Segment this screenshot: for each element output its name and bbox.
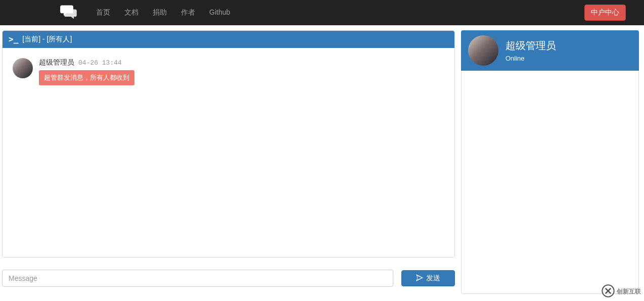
message-bubble: 超管群发消息，所有人都收到	[39, 70, 134, 85]
nav-link-github[interactable]: Github	[202, 1, 237, 25]
navbar: 首页 文档 捐助 作者 Github 中户中心	[0, 0, 644, 25]
chat-message: 超级管理员 04-26 13:44 超管群发消息，所有人都收到	[13, 58, 444, 85]
message-input[interactable]	[2, 270, 393, 287]
message-time: 04-26 13:44	[78, 59, 122, 67]
send-button[interactable]: 发送	[401, 270, 455, 286]
user-panel: 超级管理员 Online	[461, 30, 639, 294]
watermark-logo-icon	[602, 284, 615, 299]
send-button-label: 发送	[426, 274, 440, 283]
current-user-status: Online	[505, 55, 556, 62]
terminal-icon: >_	[9, 35, 18, 43]
chat-bubbles-icon	[60, 3, 78, 23]
chat-panel-title: [当前] - [所有人]	[22, 35, 72, 44]
current-user-avatar	[468, 35, 498, 66]
message-header: 超级管理员 04-26 13:44	[39, 58, 134, 67]
message-body: 超级管理员 04-26 13:44 超管群发消息，所有人都收到	[39, 58, 134, 85]
nav-link-donate[interactable]: 捐助	[146, 1, 174, 25]
chat-panel-header: >_ [当前] - [所有人]	[3, 31, 454, 48]
nav-links: 首页 文档 捐助 作者 Github	[89, 1, 237, 25]
watermark-text: 创新互联	[617, 287, 641, 296]
paper-plane-icon	[416, 274, 423, 283]
main-content: >_ [当前] - [所有人] 超级管理员 04-26 13:44 超管群发消息…	[0, 25, 644, 294]
nav-link-author[interactable]: 作者	[174, 1, 202, 25]
current-user-name: 超级管理员	[505, 39, 556, 53]
user-center-button[interactable]: 中户中心	[584, 5, 626, 21]
chat-column: >_ [当前] - [所有人] 超级管理员 04-26 13:44 超管群发消息…	[2, 30, 455, 294]
user-panel-body[interactable]	[461, 71, 639, 294]
sidebar-column: 超级管理员 Online	[461, 30, 639, 294]
message-sender-name: 超级管理员	[39, 58, 74, 67]
message-avatar	[13, 58, 33, 78]
nav-link-home[interactable]: 首页	[89, 1, 117, 25]
brand-logo[interactable]	[57, 0, 81, 25]
nav-link-docs[interactable]: 文档	[117, 1, 146, 25]
compose-row: 发送	[2, 270, 455, 287]
chat-messages[interactable]: 超级管理员 04-26 13:44 超管群发消息，所有人都收到	[3, 48, 454, 257]
user-panel-header: 超级管理员 Online	[461, 30, 639, 71]
chat-panel: >_ [当前] - [所有人] 超级管理员 04-26 13:44 超管群发消息…	[2, 30, 455, 258]
watermark: 创新互联	[602, 284, 641, 299]
